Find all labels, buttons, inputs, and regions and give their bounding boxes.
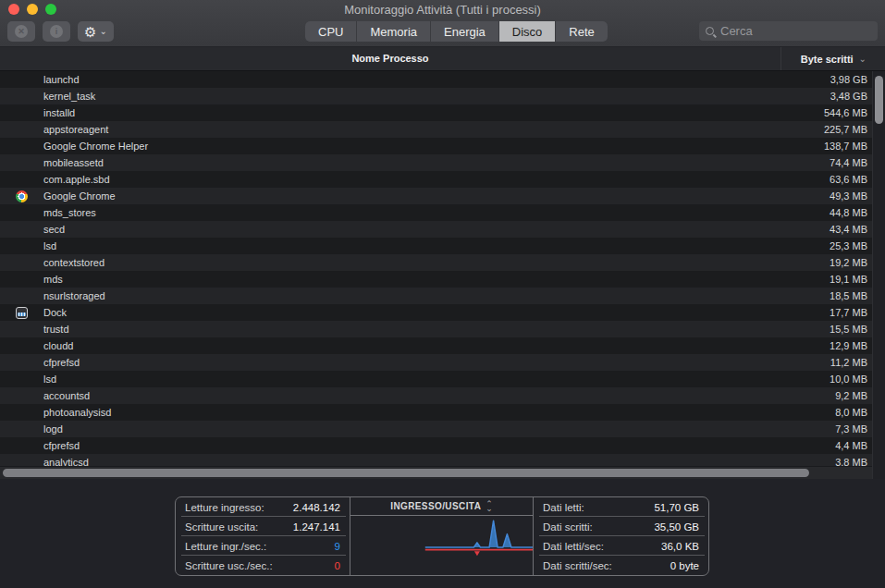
gear-icon: ⚙ [84,25,96,39]
process-table: launchd 3,98 GB kernel_task 3,48 GB inst… [0,71,872,479]
process-name: lsd [43,374,830,385]
table-row[interactable]: Google Chrome 49,3 MB [0,188,872,204]
stat-label: Letture ingr./sec.: [185,541,266,552]
vertical-scrollbar-thumb[interactable] [875,76,883,124]
process-name: contextstored [43,257,830,268]
inspect-process-button[interactable]: i [43,21,70,42]
table-row[interactable]: cloudd 12,9 MB [0,337,872,354]
horizontal-scrollbar[interactable] [0,466,872,479]
column-header-bytes-written[interactable]: Byte scritti ⌄ [801,47,867,70]
tab-memoria[interactable]: Memoria [357,21,431,42]
view-tabs: CPUMemoriaEnergiaDiscoRete [305,21,608,42]
process-bytes-written: 63,6 MB [830,174,867,185]
table-row[interactable]: logd 7,3 MB [0,421,872,437]
graph-title: INGRESSO/USCITA [390,501,481,511]
process-bytes-written: 43,4 MB [830,224,867,235]
table-row[interactable]: mds 19,1 MB [0,271,872,288]
tab-disco[interactable]: Disco [499,21,557,42]
process-name: photoanalysisd [43,407,835,418]
process-bytes-written: 8,0 MB [835,407,867,418]
sort-descending-icon: ⌄ [859,54,867,64]
process-bytes-written: 3,48 GB [830,91,867,102]
table-row[interactable]: cfprefsd 4,4 MB [0,437,872,454]
table-row[interactable]: appstoreagent 225,7 MB [0,121,872,138]
process-name: secd [43,224,830,235]
table-row[interactable]: accountsd 9,2 MB [0,387,872,404]
stat-value: 9 [335,541,340,552]
io-graph-panel: INGRESSO/USCITA ⌃ ⌄ [350,497,534,575]
process-name: mds_stores [43,207,830,218]
process-icon-slot [16,224,28,236]
table-row[interactable]: nsurlstoraged 18,5 MB [0,288,872,304]
disk-stats-box: Letture ingresso: 2.448.142 Scritture us… [175,496,709,576]
vertical-scrollbar[interactable] [872,71,885,479]
table-row[interactable]: photoanalysisd 8,0 MB [0,404,872,421]
tab-energia[interactable]: Energia [431,21,499,42]
process-icon-slot [16,357,28,369]
table-row[interactable]: mds_stores 44,8 MB [0,204,872,221]
stat-value: 0 byte [670,560,699,571]
search-input[interactable] [719,23,871,39]
table-row[interactable]: trustd 15,5 MB [0,321,872,337]
process-name: lsd [43,240,830,251]
process-name: nsurlstoraged [43,290,830,301]
process-icon-slot [16,207,28,219]
chrome-app-icon [16,190,28,202]
table-row[interactable]: com.apple.sbd 63,6 MB [0,171,872,188]
process-icon-slot [16,174,28,186]
table-row[interactable]: kernel_task 3,48 GB [0,88,872,104]
table-row[interactable]: Google Chrome Helper 138,7 MB [0,138,872,154]
stat-row: Dati letti/sec: 36,0 KB [534,536,708,556]
process-name: cfprefsd [43,440,835,451]
table-row[interactable]: lsd 10,0 MB [0,371,872,387]
stat-value: 35,50 GB [654,521,699,533]
tab-rete[interactable]: Rete [556,21,607,42]
process-name: appstoreagent [43,124,824,135]
process-bytes-written: 544,6 MB [824,107,867,118]
stat-value: 36,0 KB [661,541,699,552]
process-bytes-written: 11,2 MB [830,357,867,368]
process-bytes-written: 15,5 MB [830,324,867,335]
process-name: kernel_task [43,91,830,102]
stat-label: Dati scritti/sec: [543,560,612,571]
search-field [699,21,878,41]
process-icon-slot [16,91,28,103]
process-bytes-written: 10,0 MB [830,374,867,385]
quit-process-button[interactable]: ✕ [7,21,35,42]
process-icon-slot [16,390,28,402]
horizontal-scrollbar-thumb[interactable] [3,469,809,477]
process-bytes-written: 138,7 MB [824,141,867,152]
process-name: Google Chrome [43,190,830,202]
table-row[interactable]: lsd 25,3 MB [0,238,872,254]
process-name: mds [43,274,830,285]
stat-label: Letture ingresso: [185,502,264,513]
process-icon-slot [16,407,28,419]
stat-label: Scritture usc./sec.: [185,560,273,571]
process-icon-slot [16,374,28,386]
stat-row: Scritture uscita: 1.247.141 [176,517,350,536]
search-icon [706,27,714,35]
process-name: accountsd [43,390,835,401]
info-icon: i [50,25,63,38]
process-icon-slot [16,74,28,86]
stat-value: 0 [335,560,340,571]
table-header: Nome Processo Byte scritti ⌄ [0,47,885,71]
table-row[interactable]: secd 43,4 MB [0,221,872,238]
stat-row: Dati letti: 51,70 GB [534,497,708,517]
process-bytes-written: 19,1 MB [830,274,867,285]
tab-cpu[interactable]: CPU [305,21,357,42]
table-row[interactable]: mobileassetd 74,4 MB [0,154,872,171]
column-header-process-name[interactable]: Nome Processo [0,47,781,70]
process-icon-slot [16,274,28,286]
io-activity-graph [350,516,533,575]
process-name: Google Chrome Helper [43,141,824,152]
settings-menu-button[interactable]: ⚙ ⌄ [78,21,114,42]
process-bytes-written: 225,7 MB [824,124,867,135]
table-row[interactable]: installd 544,6 MB [0,104,872,121]
table-row[interactable]: cfprefsd 11,2 MB [0,354,872,371]
table-row[interactable]: contextstored 19,2 MB [0,254,872,271]
process-bytes-written: 25,3 MB [830,240,867,251]
graph-mode-selector[interactable]: ⌃ ⌄ [486,502,493,511]
table-row[interactable]: launchd 3,98 GB [0,71,872,88]
table-row[interactable]: Dock 17,7 MB [0,304,872,321]
